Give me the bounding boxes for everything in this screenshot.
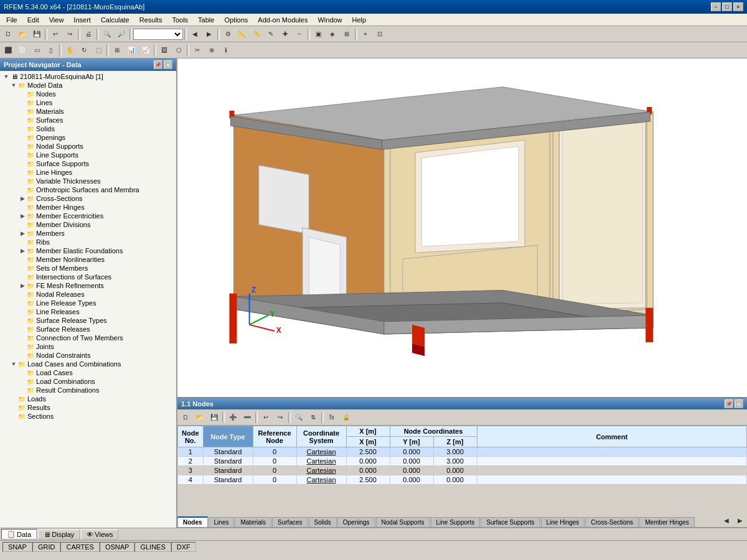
tab-scroll-right[interactable]: ▶ xyxy=(733,515,747,527)
tree-member-elastic[interactable]: ▶📁Member Elastic Foundations xyxy=(1,246,175,255)
table-new[interactable]: 🗋 xyxy=(179,411,192,424)
tree-sections[interactable]: ▶📁Sections xyxy=(1,412,175,421)
nav-close-button[interactable]: × xyxy=(164,60,172,69)
tb-btn-12[interactable]: ⌖ xyxy=(359,27,372,41)
status-osnap[interactable]: OSNAP xyxy=(100,542,135,552)
view-front[interactable]: ▭ xyxy=(30,44,44,57)
tree-member-hinges[interactable]: ▶📁Member Hinges xyxy=(1,203,175,212)
table-lock[interactable]: 🔒 xyxy=(339,411,353,424)
tree-members[interactable]: ▶📁Members xyxy=(1,229,175,238)
tab-surface-supports[interactable]: Surface Supports xyxy=(481,517,540,527)
tab-line-hinges[interactable]: Line Hinges xyxy=(541,517,585,527)
tree-nodal-releases[interactable]: ▶📁Nodal Releases xyxy=(1,290,175,299)
tb-btn-11[interactable]: ⊞ xyxy=(340,27,354,41)
wire-btn[interactable]: ⬡ xyxy=(172,44,186,57)
tree-expand-model[interactable]: ▼ xyxy=(10,82,17,89)
tree-openings[interactable]: ▶📁Openings xyxy=(1,133,175,142)
tab-materials[interactable]: Materials xyxy=(235,517,271,527)
tree-solids[interactable]: ▶📁Solids xyxy=(1,124,175,133)
tab-openings[interactable]: Openings xyxy=(337,517,375,527)
tree-load-cases-comb[interactable]: ▼📁Load Cases and Combinations xyxy=(1,360,175,368)
tree-expand-root[interactable]: ▼ xyxy=(2,73,10,80)
tb-btn-10[interactable]: ◈ xyxy=(326,27,339,41)
tree-line-releases[interactable]: ▶📁Line Releases xyxy=(1,307,175,316)
tree-intersections[interactable]: ▶📁Intersections of Surfaces xyxy=(1,273,175,281)
menu-addon[interactable]: Add-on Modules xyxy=(253,15,312,25)
rotate[interactable]: ↻ xyxy=(77,44,91,57)
sect-btn[interactable]: ⊕ xyxy=(205,44,218,57)
tb-btn-9[interactable]: ▣ xyxy=(311,27,325,41)
tb-btn-6[interactable]: ✎ xyxy=(264,27,278,41)
status-grid[interactable]: GRID xyxy=(32,542,61,552)
print-button[interactable]: 🖨 xyxy=(82,27,95,41)
tree-line-supports[interactable]: ▶📁Line Supports xyxy=(1,151,175,159)
menu-table[interactable]: Table xyxy=(193,15,219,25)
tab-surfaces[interactable]: Surfaces xyxy=(272,517,308,527)
clip-btn[interactable]: ✂ xyxy=(190,44,204,57)
menu-window[interactable]: Window xyxy=(312,15,347,25)
tb-btn-2[interactable]: ▶ xyxy=(202,27,216,41)
tree-materials[interactable]: ▶📁Materials xyxy=(1,107,175,116)
tree-line-hinges[interactable]: ▶📁Line Hinges xyxy=(1,168,175,177)
load-case-combo[interactable] xyxy=(133,29,183,40)
tb-btn-7[interactable]: ✚ xyxy=(278,27,292,41)
result-btn[interactable]: 📈 xyxy=(139,44,153,57)
status-dxf[interactable]: DXF xyxy=(171,542,196,552)
tree-nodal-supports[interactable]: ▶📁Nodal Supports xyxy=(1,142,175,151)
status-glines[interactable]: GLINES xyxy=(134,542,171,552)
tree-var-thick[interactable]: ▶📁Variable Thicknesses xyxy=(1,177,175,185)
zoom-in[interactable]: 🔍 xyxy=(100,27,114,41)
bottom-tab-data[interactable]: 📋 Data xyxy=(1,529,37,539)
table-row[interactable]: 2 Standard 0 Cartesian 0.000 0.000 3.000 xyxy=(178,457,747,466)
table-open[interactable]: 📂 xyxy=(193,411,207,424)
tree-load-combinations[interactable]: ▶📁Load Combinations xyxy=(1,377,175,386)
tree-surface-releases[interactable]: ▶📁Surface Releases xyxy=(1,325,175,334)
tree-load-cases[interactable]: ▶📁Load Cases xyxy=(1,368,175,377)
menu-file[interactable]: File xyxy=(1,15,22,25)
panel-close-button[interactable]: × xyxy=(735,399,743,408)
tree-connection-two[interactable]: ▶📁Connection of Two Members xyxy=(1,334,175,342)
view-top[interactable]: ⬜ xyxy=(16,44,29,57)
close-button[interactable]: × xyxy=(733,2,743,11)
view-3d[interactable]: ⬛ xyxy=(1,44,15,57)
tree-surface-release-types[interactable]: ▶📁Surface Release Types xyxy=(1,316,175,325)
zoom-window[interactable]: ⬚ xyxy=(92,44,105,57)
zoom-out[interactable]: 🔎 xyxy=(115,27,128,41)
mesh-btn[interactable]: ⊞ xyxy=(110,44,124,57)
tab-line-supports[interactable]: Line Supports xyxy=(431,517,481,527)
menu-tools[interactable]: Tools xyxy=(167,15,193,25)
open-button[interactable]: 📂 xyxy=(16,27,29,41)
pan[interactable]: ✋ xyxy=(63,44,77,57)
tab-cross-sections[interactable]: Cross-Sections xyxy=(585,517,639,527)
tb-btn-4[interactable]: 📐 xyxy=(235,27,249,41)
tree-member-ecc[interactable]: ▶📁Member Eccentricities xyxy=(1,212,175,220)
view-side[interactable]: ▯ xyxy=(44,44,58,57)
status-cartes[interactable]: CARTES xyxy=(60,542,99,552)
table-formula[interactable]: fx xyxy=(325,411,339,424)
tree-result-combinations[interactable]: ▶📁Result Combinations xyxy=(1,386,175,394)
table-save[interactable]: 💾 xyxy=(207,411,221,424)
tree-loads[interactable]: ▶📁Loads xyxy=(1,394,175,403)
menu-help[interactable]: Help xyxy=(347,15,372,25)
3d-view[interactable]: Z Y X xyxy=(177,58,747,397)
table-row[interactable]: 1 Standard 0 Cartesian 2.500 0.000 3.000 xyxy=(178,447,747,457)
menu-insert[interactable]: Insert xyxy=(68,15,96,25)
save-button[interactable]: 💾 xyxy=(30,27,44,41)
table-filter[interactable]: 🔍 xyxy=(292,411,306,424)
table-row[interactable]: 3 Standard 0 Cartesian 0.000 0.000 0.000 xyxy=(178,466,747,475)
tab-lines[interactable]: Lines xyxy=(209,517,235,527)
tree-surfaces[interactable]: ▶📁Surfaces xyxy=(1,116,175,124)
tree-root[interactable]: ▼ 🖥 210811-MuroEsquinaAb [1] xyxy=(1,72,175,81)
table-redo[interactable]: ↪ xyxy=(273,411,287,424)
menu-view[interactable]: View xyxy=(44,15,69,25)
tb-btn-13[interactable]: ⊡ xyxy=(373,27,387,41)
disp-btn[interactable]: 📊 xyxy=(125,44,138,57)
table-sort[interactable]: ⇅ xyxy=(306,411,320,424)
bottom-tab-display[interactable]: 🖥 Display xyxy=(38,530,80,539)
tree-line-release-types[interactable]: ▶📁Line Release Types xyxy=(1,299,175,307)
table-del-row[interactable]: ➖ xyxy=(240,411,254,424)
tree-cross-sections[interactable]: ▶📁Cross-Sections xyxy=(1,194,175,203)
tree-lines[interactable]: ▶📁Lines xyxy=(1,98,175,107)
tree-member-nonlin[interactable]: ▶📁Member Nonlinearities xyxy=(1,255,175,264)
menu-options[interactable]: Options xyxy=(219,15,253,25)
